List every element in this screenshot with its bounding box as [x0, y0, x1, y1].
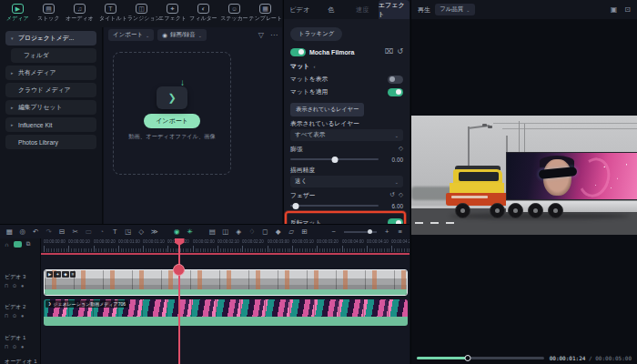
- video2-clip[interactable]: ❯ ジェネレーション動画メディア706: [44, 299, 408, 326]
- sidebar-item[interactable]: フォルダ: [11, 48, 96, 63]
- eye-icon[interactable]: ⊙: [13, 344, 17, 349]
- ruler-timestamp: 00:00:02:20: [242, 239, 260, 244]
- toolbar-icon[interactable]: ✳: [184, 225, 197, 238]
- zoom-out-icon[interactable]: −: [328, 225, 341, 238]
- menu-item[interactable]: ▶ メディア: [3, 2, 33, 27]
- preview-header: 再生 フル品質 ⌄ ▣ ⊡: [411, 0, 637, 19]
- sidebar-item[interactable]: クラウド メディア: [5, 83, 96, 97]
- expand-slider[interactable]: [290, 156, 379, 164]
- menu-item[interactable]: ✦ エフェクト: [157, 2, 187, 27]
- layers-select[interactable]: すべて表示 ⌄: [290, 129, 403, 141]
- sidebar-item[interactable]: ▸ 共有メディア: [5, 66, 96, 80]
- sidebar-item[interactable]: Photos Library: [5, 135, 96, 149]
- show-matte-toggle[interactable]: [388, 76, 403, 84]
- lock-icon[interactable]: ⊓: [5, 283, 8, 288]
- keyframe-diamond-icon[interactable]: ◇: [399, 146, 403, 152]
- lock-icon[interactable]: ⊓: [5, 313, 8, 318]
- track-header-video1: ビデオ 1 ⊓ ⊙ ●: [5, 334, 25, 349]
- record-dropdown[interactable]: ◉ 録画/録音 ⌄: [157, 29, 207, 41]
- eye-icon[interactable]: ⊙: [13, 313, 17, 318]
- display-settings-icon[interactable]: ▣: [611, 5, 618, 14]
- toolbar-icon[interactable]: ♢: [246, 225, 259, 238]
- ruler-timestamp: 00:00:04:10: [367, 239, 385, 244]
- menu-item[interactable]: ☺ ステッカー: [219, 2, 249, 27]
- video-viewport[interactable]: [411, 116, 637, 235]
- lock-icon[interactable]: ⊓: [5, 344, 8, 349]
- toolbar-icon[interactable]: ◻: [258, 225, 272, 238]
- toolbar-icon[interactable]: ▱: [285, 225, 298, 238]
- sidebar-item[interactable]: ▸ 編集プリセット: [5, 100, 96, 115]
- plugin-enable-toggle[interactable]: [290, 48, 306, 56]
- import-dropdown[interactable]: インポート ⌄: [108, 29, 154, 41]
- tracking-button[interactable]: トラッキング: [290, 27, 342, 41]
- snapshot-icon[interactable]: ⊡: [624, 5, 631, 14]
- timeline-zoom-slider[interactable]: [344, 231, 377, 233]
- toolbar-icon[interactable]: ✂: [69, 225, 83, 238]
- toolbar-icon[interactable]: ▤: [206, 225, 219, 238]
- more-icon[interactable]: ⋯: [270, 31, 278, 39]
- effects-tab[interactable]: 速度: [347, 0, 379, 19]
- eye-icon[interactable]: ⊙: [13, 283, 17, 288]
- import-dropzone[interactable]: ❯ ↓ インポート 動画、オーディオファイル、画像: [113, 52, 231, 175]
- menu-item[interactable]: ♫ オーディオ: [65, 2, 95, 27]
- ruler-timestamp: 00:00:04:00: [342, 239, 360, 244]
- sidebar-item[interactable]: ▾ プロジェクトメデ...: [5, 31, 96, 46]
- toolbar-icon[interactable]: ◫: [219, 225, 233, 238]
- feather-slider[interactable]: [290, 202, 379, 210]
- toolbar-icon[interactable]: ◈: [232, 225, 246, 238]
- mute-icon[interactable]: ●: [21, 344, 24, 349]
- import-button[interactable]: インポート: [144, 114, 200, 128]
- effects-tab[interactable]: エフェクト: [379, 0, 410, 19]
- apply-matte-toggle[interactable]: [388, 88, 403, 96]
- link-clips-icon[interactable]: ⧉: [26, 240, 31, 248]
- trash-icon[interactable]: ⌧: [385, 48, 393, 56]
- toolbar-icon[interactable]: ↷: [43, 225, 56, 238]
- sidebar-item-label: プロジェクトメデ...: [18, 34, 74, 43]
- lane-marking: [415, 222, 457, 224]
- toolbar-icon[interactable]: ◉: [170, 225, 184, 238]
- media-panel: インポート ⌄ ◉ 録画/録音 ⌄ ▽ ⋯ ❯ ↓ インポート 動画、オーディオ…: [104, 27, 282, 224]
- filter-icon[interactable]: ▽: [258, 31, 264, 39]
- expand-arrow-icon: ▸: [11, 70, 15, 76]
- toolbar-icon[interactable]: ▦: [3, 225, 16, 238]
- mute-icon[interactable]: ●: [21, 313, 24, 318]
- seek-bar[interactable]: [417, 357, 544, 359]
- mute-icon[interactable]: ●: [21, 283, 24, 288]
- sidebar-item[interactable]: ▸ Influence Kit: [5, 117, 96, 132]
- toolbar-icon[interactable]: T: [108, 225, 122, 238]
- toolbar-icon[interactable]: ◔: [96, 225, 109, 238]
- menu-item[interactable]: ◫ トランジション: [126, 2, 157, 27]
- track-header-gutter: ∩ ⧉ ビデオ 3 ⊓ ⊙ ● ビデオ 2 ⊓ ⊙ ●: [0, 238, 41, 364]
- timeline-ruler[interactable]: 00:00:00:0000:00:00:1000:00:00:2000:00:0…: [41, 238, 410, 253]
- reset-icon[interactable]: ↺: [390, 192, 395, 198]
- keyframe-diamond-icon[interactable]: ◇: [399, 192, 403, 198]
- tracking-point-marker[interactable]: [173, 264, 185, 276]
- menu-item[interactable]: ▤ ストック: [34, 2, 64, 27]
- auto-ripple-icon[interactable]: [14, 241, 22, 248]
- toolbar-icon[interactable]: ◳: [122, 225, 136, 238]
- toolbar-icon[interactable]: ↶: [29, 225, 43, 238]
- effects-tab[interactable]: 色: [316, 0, 348, 19]
- magnet-icon[interactable]: ∩: [5, 241, 9, 248]
- playhead[interactable]: [178, 238, 180, 364]
- sidebar-item-label: 共有メディア: [18, 68, 56, 77]
- toolbar-icon[interactable]: ≫: [148, 225, 162, 238]
- toolbar-icon[interactable]: ◆: [272, 225, 286, 238]
- toolbar-icon[interactable]: ⊟: [56, 225, 69, 238]
- menu-item[interactable]: ◐ フィルター: [188, 2, 218, 27]
- video3-clip-selected[interactable]: ▶✦◆≡: [44, 269, 408, 296]
- effects-tab[interactable]: ビデオ: [284, 0, 316, 19]
- collapse-icon[interactable]: ‹: [314, 64, 316, 69]
- zoom-in-icon[interactable]: +: [380, 225, 394, 238]
- menu-item[interactable]: ▦ テンプレート: [250, 2, 280, 27]
- toolbar-icon[interactable]: ▭: [82, 225, 96, 238]
- toolbar-icon[interactable]: ◇: [135, 225, 148, 238]
- quality-dropdown[interactable]: フル品質 ⌄: [435, 4, 475, 15]
- visible-layers-button[interactable]: 表示されているレイヤー: [290, 103, 364, 116]
- reset-icon[interactable]: ↺: [397, 48, 403, 56]
- toolbar-icon[interactable]: ⊞: [298, 225, 312, 238]
- track-manager-icon[interactable]: ≡: [394, 225, 408, 238]
- toolbar-icon[interactable]: ◎: [16, 225, 30, 238]
- seek-knob[interactable]: [464, 355, 470, 361]
- precision-select[interactable]: 速く ⌄: [290, 176, 403, 187]
